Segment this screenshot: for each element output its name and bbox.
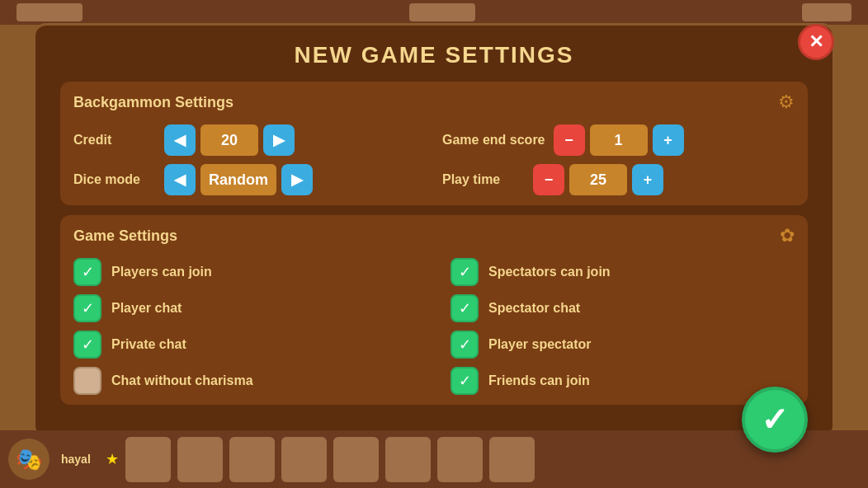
game-end-score-value: 1 bbox=[590, 124, 648, 156]
checkbox-friends-can-join[interactable]: ✓ bbox=[451, 367, 479, 395]
top-bar-decoration-center bbox=[409, 3, 475, 21]
dice-mode-setting-row: Dice mode ◀ Random ▶ bbox=[73, 164, 426, 195]
credit-value: 20 bbox=[200, 124, 258, 156]
close-button[interactable]: ✕ bbox=[798, 24, 834, 60]
top-bar-decoration-left bbox=[17, 3, 83, 21]
checkbox-label-private-chat: Private chat bbox=[111, 337, 186, 352]
gear-icon: ⚙ bbox=[778, 92, 795, 113]
play-time-label: Play time bbox=[442, 172, 525, 187]
checkbox-label-players-can-join: Players can join bbox=[111, 265, 212, 279]
dice-mode-label: Dice mode bbox=[73, 172, 156, 187]
backgammon-section-header: Backgammon Settings ⚙ bbox=[73, 92, 795, 113]
bottom-piece-3 bbox=[229, 437, 275, 482]
game-settings-checkbox-grid: ✓Players can join✓Spectators can join✓Pl… bbox=[73, 258, 795, 395]
bottom-piece-7 bbox=[437, 437, 483, 482]
game-settings-section-header: Game Settings ✿ bbox=[73, 225, 795, 246]
bottom-piece-5 bbox=[333, 437, 379, 482]
play-time-decrease-button[interactable]: − bbox=[533, 164, 564, 195]
dice-mode-value: Random bbox=[200, 164, 276, 195]
username: hayal bbox=[61, 453, 91, 466]
checkbox-label-friends-can-join: Friends can join bbox=[488, 373, 590, 388]
checkbox-chat-without-charisma[interactable] bbox=[73, 367, 101, 395]
checkbox-row-friends-can-join[interactable]: ✓Friends can join bbox=[451, 367, 795, 395]
settings-modal: ✕ NEW GAME SETTINGS Backgammon Settings … bbox=[33, 23, 835, 439]
credit-decrease-button[interactable]: ◀ bbox=[164, 124, 196, 156]
backgammon-settings-grid: Credit ◀ 20 ▶ Game end score − 1 + Dice … bbox=[73, 124, 795, 195]
dice-mode-increase-button[interactable]: ▶ bbox=[281, 164, 313, 195]
game-end-score-label: Game end score bbox=[442, 133, 545, 148]
game-end-score-setting-row: Game end score − 1 + bbox=[442, 124, 795, 156]
checkbox-player-spectator[interactable]: ✓ bbox=[451, 331, 479, 359]
checkbox-row-private-chat[interactable]: ✓Private chat bbox=[73, 331, 417, 359]
checkbox-row-players-can-join[interactable]: ✓Players can join bbox=[73, 258, 417, 286]
checkbox-player-chat[interactable]: ✓ bbox=[73, 294, 101, 322]
checkbox-label-player-chat: Player chat bbox=[111, 301, 182, 316]
checkbox-row-spectator-chat[interactable]: ✓Spectator chat bbox=[451, 294, 795, 322]
checkbox-row-player-spectator[interactable]: ✓Player spectator bbox=[451, 331, 795, 359]
bottom-piece-8 bbox=[489, 437, 535, 482]
checkbox-row-chat-without-charisma[interactable]: Chat without charisma bbox=[73, 367, 417, 395]
checkbox-label-chat-without-charisma: Chat without charisma bbox=[111, 373, 253, 388]
checkbox-label-spectator-chat: Spectator chat bbox=[488, 301, 580, 316]
game-settings-section-title: Game Settings bbox=[73, 228, 177, 245]
checkbox-label-player-spectator: Player spectator bbox=[488, 337, 592, 352]
user-avatar: 🎭 bbox=[8, 439, 50, 480]
checkbox-row-player-chat[interactable]: ✓Player chat bbox=[73, 294, 417, 322]
bottom-piece-2 bbox=[177, 437, 223, 482]
checkbox-label-spectators-can-join: Spectators can join bbox=[488, 265, 611, 279]
play-time-stepper: − 25 + bbox=[533, 164, 663, 195]
play-time-setting-row: Play time − 25 + bbox=[442, 164, 795, 195]
checkbox-private-chat[interactable]: ✓ bbox=[73, 331, 101, 359]
backgammon-settings-section: Backgammon Settings ⚙ Credit ◀ 20 ▶ Game… bbox=[60, 82, 808, 205]
bottom-bar: 🎭 hayal ★ bbox=[0, 430, 868, 488]
game-end-score-increase-button[interactable]: + bbox=[653, 124, 684, 156]
dice-mode-stepper: ◀ Random ▶ bbox=[164, 164, 313, 195]
checkbox-spectator-chat[interactable]: ✓ bbox=[451, 294, 479, 322]
play-time-increase-button[interactable]: + bbox=[632, 164, 663, 195]
checkbox-row-spectators-can-join[interactable]: ✓Spectators can join bbox=[451, 258, 795, 286]
credit-increase-button[interactable]: ▶ bbox=[263, 124, 295, 156]
top-bar bbox=[0, 0, 868, 25]
credit-setting-row: Credit ◀ 20 ▶ bbox=[73, 124, 426, 156]
top-bar-decoration-right bbox=[802, 3, 851, 21]
credit-label: Credit bbox=[73, 133, 156, 148]
dice-mode-decrease-button[interactable]: ◀ bbox=[164, 164, 196, 195]
star-icon: ★ bbox=[106, 450, 119, 468]
credit-stepper: ◀ 20 ▶ bbox=[164, 124, 295, 156]
game-end-score-decrease-button[interactable]: − bbox=[554, 124, 585, 156]
game-end-score-stepper: − 1 + bbox=[554, 124, 684, 156]
bottom-piece-4 bbox=[281, 437, 327, 482]
decorative-flower-icon: ✿ bbox=[780, 225, 795, 246]
bottom-piece-1 bbox=[125, 437, 171, 482]
checkbox-spectators-can-join[interactable]: ✓ bbox=[451, 258, 479, 286]
modal-title: NEW GAME SETTINGS bbox=[60, 42, 808, 68]
backgammon-section-title: Backgammon Settings bbox=[73, 94, 234, 111]
play-time-value: 25 bbox=[569, 164, 627, 195]
checkbox-players-can-join[interactable]: ✓ bbox=[73, 258, 101, 286]
game-settings-section: Game Settings ✿ ✓Players can join✓Specta… bbox=[60, 215, 808, 405]
confirm-button[interactable]: ✓ bbox=[742, 387, 808, 453]
bottom-piece-6 bbox=[385, 437, 431, 482]
